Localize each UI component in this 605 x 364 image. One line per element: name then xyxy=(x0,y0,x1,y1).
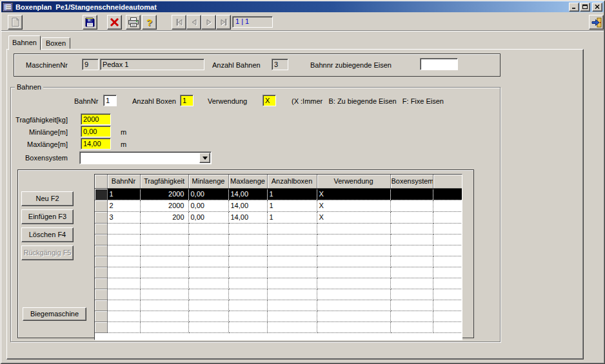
save-button[interactable] xyxy=(83,15,97,30)
cell-empty xyxy=(140,256,188,267)
row-selector xyxy=(95,245,107,256)
close-icon xyxy=(595,5,600,9)
delete-button[interactable] xyxy=(107,15,122,30)
cell-empty xyxy=(317,234,390,245)
cell-empty xyxy=(188,300,228,311)
cell-empty xyxy=(433,311,462,321)
cell-boxensystem[interactable] xyxy=(390,200,433,211)
nav-next-icon xyxy=(204,19,213,26)
verwendung-field[interactable]: X xyxy=(263,95,276,106)
cell-empty xyxy=(188,267,228,278)
cell-verwendung[interactable]: X xyxy=(317,200,390,211)
cell-bahnnr[interactable]: 1 xyxy=(107,188,140,200)
cell-empty xyxy=(107,223,140,234)
cell-minlaenge[interactable]: 0,00 xyxy=(188,200,228,211)
help-button[interactable]: ? xyxy=(142,15,157,30)
table-row-empty xyxy=(95,256,462,267)
nav-last-icon xyxy=(219,19,228,26)
cell-empty xyxy=(188,289,228,300)
cell-maxlaenge[interactable]: 14,00 xyxy=(228,188,267,200)
cell-anzahlboxen[interactable]: 1 xyxy=(267,188,317,200)
einfuegen-button[interactable]: Einfügen F3 xyxy=(21,209,74,224)
cell-boxensystem[interactable] xyxy=(390,188,433,200)
table-row-empty xyxy=(95,245,462,256)
column-header-anzahlboxen: Anzahlboxen xyxy=(267,175,317,188)
cell-maxlaenge[interactable]: 14,00 xyxy=(228,211,267,223)
table-row[interactable]: 2 2000 0,00 14,00 1 X xyxy=(95,200,462,211)
cell-maxlaenge[interactable]: 14,00 xyxy=(228,200,267,211)
cell-empty xyxy=(267,223,317,234)
cell-empty xyxy=(228,245,267,256)
cell-tragfaehigkeit[interactable]: 2000 xyxy=(140,188,188,200)
table-row-empty xyxy=(95,278,462,289)
grid-header: BahnNr Tragfähigkeit Minlaenge Maxlaenge… xyxy=(95,175,462,188)
combobox-dropdown-button[interactable] xyxy=(199,153,210,163)
tab-boxen[interactable]: Boxen xyxy=(41,37,70,49)
exit-door-icon xyxy=(591,17,602,28)
cell-bahnnr[interactable]: 2 xyxy=(107,200,140,211)
minlaenge-field[interactable]: 0,00 xyxy=(81,126,111,137)
table-row[interactable]: 3 200 0,00 14,00 1 X xyxy=(95,211,462,223)
nav-first-icon xyxy=(175,19,184,26)
exit-button[interactable] xyxy=(589,15,604,30)
cell-minlaenge[interactable]: 0,00 xyxy=(188,211,228,223)
table-row[interactable]: 1 2000 0,00 14,00 1 X xyxy=(95,188,462,200)
groupbox-caption: Bahnen xyxy=(15,83,43,91)
cell-anzahlboxen[interactable]: 1 xyxy=(267,200,317,211)
rueckgaengig-button: Rückgängig F5 xyxy=(21,245,74,260)
cell-empty xyxy=(140,245,188,256)
cell-empty xyxy=(390,256,433,267)
bahnnr-field[interactable]: 1 xyxy=(103,95,117,106)
new-document-icon xyxy=(10,17,21,28)
tab-bahnen[interactable]: Bahnen xyxy=(8,35,41,50)
bahnen-groupbox: Bahnen BahnNr 1 Anzahl Boxen 1 Verwendun… xyxy=(10,87,501,342)
row-selector xyxy=(95,223,107,234)
tragfaehigkeit-field[interactable]: 2000 xyxy=(81,113,111,125)
selector-column-header xyxy=(95,175,107,188)
table-row-empty xyxy=(95,311,462,321)
bahnnr-zubiegende-field[interactable] xyxy=(420,58,458,70)
cell-empty xyxy=(390,245,433,256)
row-selector[interactable] xyxy=(95,211,107,223)
cell-empty xyxy=(390,234,433,245)
cell-boxensystem[interactable] xyxy=(390,211,433,223)
minimize-button[interactable] xyxy=(569,3,579,12)
tab-page-bahnen: MaschinenNr 9 Pedax 1 Anzahl Bahnen 3 Ba… xyxy=(6,49,584,359)
maximize-button[interactable] xyxy=(580,3,590,12)
cell-tragfaehigkeit[interactable]: 2000 xyxy=(140,200,188,211)
cell-tragfaehigkeit[interactable]: 200 xyxy=(140,211,188,223)
cell-verwendung[interactable]: X xyxy=(317,188,390,200)
neu-button[interactable]: Neu F2 xyxy=(21,191,74,206)
cell-verwendung[interactable]: X xyxy=(317,211,390,223)
cell-empty xyxy=(267,311,317,321)
cell-empty xyxy=(188,311,228,321)
cell-empty xyxy=(140,321,188,332)
print-button[interactable] xyxy=(126,15,141,30)
verwendung-legend: (X :Immer B: Zu biegende Eisen F: Fixe E… xyxy=(292,97,444,105)
biegemaschine-button[interactable]: Biegemaschine xyxy=(23,307,86,321)
cell-empty xyxy=(107,321,140,332)
row-selector[interactable] xyxy=(95,188,107,200)
boxensystem-combobox[interactable] xyxy=(79,151,212,164)
row-selector xyxy=(95,300,107,311)
cell-bahnnr[interactable]: 3 xyxy=(107,211,140,223)
loeschen-button[interactable]: Löschen F4 xyxy=(21,227,74,242)
cell-empty xyxy=(107,245,140,256)
cell-minlaenge[interactable]: 0,00 xyxy=(188,188,228,200)
cell-empty xyxy=(140,234,188,245)
row-selector[interactable] xyxy=(95,200,107,211)
help-icon: ? xyxy=(146,17,152,28)
column-header-bahnnr: BahnNr xyxy=(107,175,140,188)
maximize-icon xyxy=(582,5,588,9)
machine-panel: MaschinenNr 9 Pedax 1 Anzahl Bahnen 3 Ba… xyxy=(14,53,501,77)
maxlaenge-field[interactable]: 14,00 xyxy=(81,138,111,149)
cell-empty xyxy=(267,267,317,278)
anzahl-boxen-field[interactable]: 1 xyxy=(180,95,193,106)
cell-anzahlboxen[interactable]: 1 xyxy=(267,211,317,223)
cell-empty xyxy=(107,256,140,267)
tab-boxen-label: Boxen xyxy=(46,39,66,47)
grid-body: 1 2000 0,00 14,00 1 X 2 xyxy=(95,188,462,332)
cell-empty xyxy=(433,234,462,245)
close-button[interactable] xyxy=(592,3,602,12)
cell-empty xyxy=(140,300,188,311)
